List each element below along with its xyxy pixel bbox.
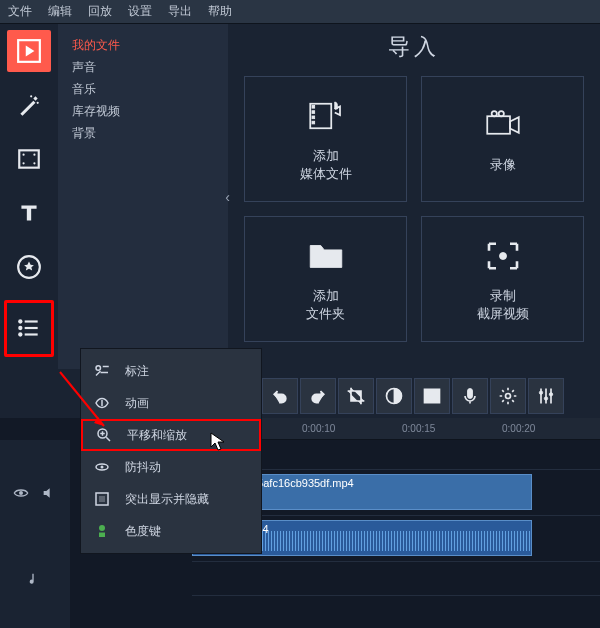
svg-rect-37 [99, 496, 105, 502]
tool-undo[interactable] [262, 378, 298, 414]
folder-icon [305, 235, 347, 277]
tool-equalizer[interactable] [528, 378, 564, 414]
mic-icon [460, 386, 480, 406]
ctx-label: 防抖动 [125, 459, 161, 476]
svg-point-30 [544, 397, 547, 400]
tile-add-folder[interactable]: 添加 文件夹 [244, 216, 407, 342]
svg-point-21 [491, 111, 496, 116]
svg-point-29 [539, 391, 542, 394]
ctx-label: 平移和缩放 [127, 427, 187, 444]
svg-point-11 [18, 326, 22, 330]
tile-add-media[interactable]: 添加 媒体文件 [244, 76, 407, 202]
svg-point-4 [23, 153, 25, 155]
star-circle-icon [16, 254, 42, 280]
list-icon [16, 315, 42, 341]
svg-point-5 [23, 162, 25, 164]
tool-settings[interactable] [490, 378, 526, 414]
rail-titles[interactable] [7, 192, 51, 234]
menu-help[interactable]: 帮助 [208, 3, 232, 20]
svg-point-7 [33, 162, 35, 164]
sliders-icon [536, 386, 556, 406]
svg-point-31 [549, 393, 552, 396]
annotation-arrow [54, 366, 114, 436]
svg-rect-20 [487, 116, 510, 134]
svg-rect-19 [312, 121, 315, 124]
tile-label: 录制 截屏视频 [477, 287, 529, 323]
ctx-stabilize[interactable]: 防抖动 [81, 451, 261, 483]
camera-icon [482, 104, 524, 146]
text-icon [16, 200, 42, 226]
svg-point-22 [498, 111, 503, 116]
stabilize-icon [93, 458, 111, 476]
tool-mic[interactable] [452, 378, 488, 414]
side-my-files[interactable]: 我的文件 [72, 34, 214, 56]
track-header-video [0, 470, 70, 516]
svg-point-38 [99, 525, 105, 531]
svg-rect-16 [312, 106, 315, 109]
tool-picture[interactable] [414, 378, 450, 414]
side-background[interactable]: 背景 [72, 122, 214, 144]
undo-icon [270, 386, 290, 406]
svg-rect-12 [25, 327, 38, 329]
tool-redo[interactable] [300, 378, 336, 414]
timeline-toolbar [262, 378, 564, 414]
screen-capture-icon [482, 235, 524, 277]
wand-icon [16, 92, 42, 118]
side-stock-video[interactable]: 库存视频 [72, 100, 214, 122]
ctx-chroma-key[interactable]: 色度键 [81, 515, 261, 547]
tile-label: 添加 文件夹 [306, 287, 345, 323]
left-rail [0, 24, 58, 369]
contrast-icon [384, 386, 404, 406]
panel-title: 导入 [244, 32, 584, 62]
crop-icon [346, 386, 366, 406]
ctx-label: 标注 [125, 363, 149, 380]
rail-stickers[interactable] [7, 246, 51, 288]
tile-record-video[interactable]: 录像 [421, 76, 584, 202]
collapse-chevron-icon[interactable]: ‹ [225, 189, 230, 205]
play-icon [16, 38, 42, 64]
music-note-icon[interactable] [27, 571, 43, 587]
svg-point-23 [499, 253, 506, 260]
ctx-highlight-hide[interactable]: 突出显示并隐藏 [81, 483, 261, 515]
ctx-label: 动画 [125, 395, 149, 412]
tile-record-screen[interactable]: 录制 截屏视频 [421, 216, 584, 342]
menu-playback[interactable]: 回放 [88, 3, 112, 20]
speaker-icon[interactable] [41, 485, 57, 501]
track-headers [0, 440, 70, 628]
track-music[interactable] [192, 562, 600, 596]
tool-color[interactable] [376, 378, 412, 414]
menu-edit[interactable]: 编辑 [48, 3, 72, 20]
ruler-tick: 0:00:20 [502, 423, 535, 434]
eye-icon[interactable] [13, 485, 29, 501]
track-header-music [0, 562, 70, 596]
menu-file[interactable]: 文件 [8, 3, 32, 20]
time-ruler[interactable]: 0:00:10 0:00:15 0:00:20 [262, 418, 600, 440]
svg-point-9 [18, 320, 22, 324]
svg-point-39 [19, 491, 23, 495]
menubar: 文件 编辑 回放 设置 导出 帮助 [0, 0, 600, 24]
track-header-audio [0, 516, 70, 562]
rail-import[interactable] [7, 30, 51, 72]
tool-crop[interactable] [338, 378, 374, 414]
svg-point-28 [506, 394, 511, 399]
side-sound[interactable]: 声音 [72, 56, 214, 78]
side-panel: 我的文件 声音 音乐 库存视频 背景 ‹ [58, 24, 228, 369]
media-files-icon [305, 95, 347, 137]
rail-transitions[interactable] [7, 138, 51, 180]
svg-rect-14 [25, 334, 38, 336]
svg-rect-17 [312, 111, 315, 114]
svg-point-6 [33, 153, 35, 155]
tile-label: 添加 媒体文件 [300, 147, 352, 183]
gear-icon [498, 386, 518, 406]
menu-export[interactable]: 导出 [168, 3, 192, 20]
svg-rect-18 [312, 116, 315, 119]
side-music[interactable]: 音乐 [72, 78, 214, 100]
svg-point-2 [30, 95, 32, 97]
redo-icon [308, 386, 328, 406]
chromakey-icon [93, 522, 111, 540]
import-panel: 导入 添加 媒体文件 录像 添加 文件夹 录制 截屏视频 [228, 24, 600, 369]
rail-effects[interactable] [7, 84, 51, 126]
ruler-tick: 0:00:10 [302, 423, 335, 434]
rail-more-tools[interactable] [4, 300, 54, 357]
menu-settings[interactable]: 设置 [128, 3, 152, 20]
